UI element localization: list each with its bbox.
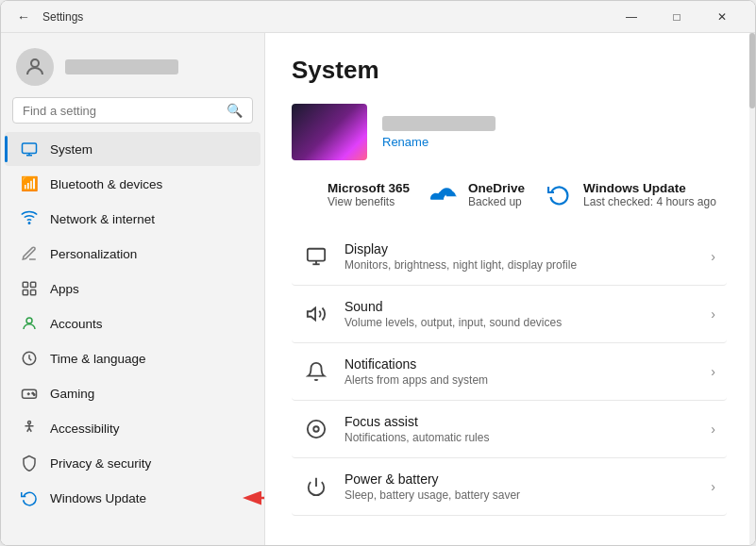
svg-rect-7 bbox=[23, 290, 27, 295]
sidebar-item-label-apps: Apps bbox=[50, 282, 249, 296]
power-text: Power & battery Sleep, battery usage, ba… bbox=[344, 472, 696, 502]
scrollbar-thumb[interactable] bbox=[749, 33, 755, 108]
power-name: Power & battery bbox=[344, 472, 696, 487]
user-info: Rename bbox=[382, 116, 496, 149]
svg-point-23 bbox=[313, 426, 319, 432]
sound-text: Sound Volume levels, output, input, soun… bbox=[344, 299, 696, 329]
content-area: 🔍 System 📶 Blue bbox=[1, 33, 755, 545]
settings-item-power[interactable]: Power & battery Sleep, battery usage, ba… bbox=[292, 458, 727, 516]
sidebar-item-gaming[interactable]: Gaming bbox=[5, 376, 260, 410]
focus-chevron: › bbox=[711, 422, 715, 437]
accessibility-icon bbox=[20, 419, 39, 438]
scrollbar-track bbox=[749, 33, 755, 545]
sidebar-item-system[interactable]: System bbox=[5, 132, 260, 166]
onedrive-icon bbox=[428, 179, 459, 209]
sidebar-item-windows-update[interactable]: Windows Update bbox=[5, 481, 260, 515]
display-desc: Monitors, brightness, night light, displ… bbox=[344, 258, 696, 272]
sidebar-item-label-accessibility: Accessibility bbox=[50, 422, 249, 436]
display-icon bbox=[303, 243, 329, 270]
winupdate-text: Windows Update Last checked: 4 hours ago bbox=[583, 181, 716, 208]
sidebar-item-network[interactable]: Network & internet bbox=[5, 202, 260, 236]
notifications-desc: Alerts from apps and system bbox=[344, 373, 696, 387]
power-chevron: › bbox=[711, 479, 715, 494]
notifications-text: Notifications Alerts from apps and syste… bbox=[344, 356, 696, 387]
sound-chevron: › bbox=[711, 306, 715, 322]
close-button[interactable]: ✕ bbox=[700, 1, 744, 33]
sound-name: Sound bbox=[344, 299, 696, 314]
sidebar-item-accounts[interactable]: Accounts bbox=[5, 306, 260, 340]
user-card: Rename bbox=[292, 104, 727, 160]
quick-item-onedrive[interactable]: OneDrive Backed up bbox=[428, 179, 525, 209]
window-controls: — □ ✕ bbox=[610, 1, 744, 33]
power-icon bbox=[303, 473, 329, 500]
quick-item-ms365[interactable]: Microsoft 365 View benefits bbox=[292, 181, 410, 208]
settings-item-notifications[interactable]: Notifications Alerts from apps and syste… bbox=[292, 343, 727, 401]
winupdate-sub: Last checked: 4 hours ago bbox=[583, 195, 716, 208]
focus-name: Focus assist bbox=[344, 414, 696, 429]
sidebar-item-personalization[interactable]: Personalization bbox=[5, 237, 260, 271]
search-icon[interactable]: 🔍 bbox=[227, 103, 243, 118]
notifications-name: Notifications bbox=[344, 356, 696, 372]
sidebar-item-label-time: Time & language bbox=[50, 352, 249, 366]
onedrive-text: OneDrive Backed up bbox=[468, 181, 525, 208]
sidebar-item-privacy[interactable]: Privacy & security bbox=[5, 446, 260, 480]
sidebar-item-label-system: System bbox=[50, 142, 249, 157]
username-bar bbox=[65, 59, 178, 74]
focus-icon bbox=[303, 416, 329, 442]
sidebar-item-label-gaming: Gaming bbox=[50, 387, 249, 401]
focus-text: Focus assist Notifications, automatic ru… bbox=[344, 414, 696, 444]
red-arrow-annotation bbox=[240, 488, 265, 507]
maximize-button[interactable]: □ bbox=[655, 1, 698, 33]
sidebar-item-apps[interactable]: Apps bbox=[5, 272, 260, 306]
privacy-icon bbox=[20, 454, 39, 472]
notifications-chevron: › bbox=[711, 364, 715, 379]
display-text: Display Monitors, brightness, night ligh… bbox=[344, 241, 696, 272]
sidebar-item-label-accounts: Accounts bbox=[50, 317, 249, 331]
svg-rect-19 bbox=[308, 249, 325, 261]
display-name: Display bbox=[344, 241, 696, 256]
gaming-icon bbox=[20, 384, 39, 403]
settings-item-focus[interactable]: Focus assist Notifications, automatic ru… bbox=[292, 401, 727, 458]
search-box[interactable]: 🔍 bbox=[12, 97, 253, 124]
sidebar-item-label-windows-update: Windows Update bbox=[50, 491, 249, 505]
network-icon bbox=[20, 209, 39, 228]
sidebar-item-bluetooth[interactable]: 📶 Bluetooth & devices bbox=[5, 167, 260, 201]
focus-desc: Notifications, automatic rules bbox=[344, 431, 696, 444]
search-input[interactable] bbox=[23, 104, 219, 118]
personalization-icon bbox=[20, 244, 39, 263]
sidebar-item-label-bluetooth: Bluetooth & devices bbox=[50, 177, 249, 191]
sidebar-item-label-privacy: Privacy & security bbox=[50, 456, 249, 471]
onedrive-name: OneDrive bbox=[468, 181, 525, 195]
svg-rect-1 bbox=[23, 143, 37, 154]
back-button[interactable]: ← bbox=[12, 6, 35, 28]
time-icon bbox=[20, 349, 39, 368]
svg-rect-6 bbox=[31, 282, 36, 287]
svg-point-9 bbox=[26, 318, 32, 323]
system-icon bbox=[20, 140, 39, 158]
winupdate-quick-icon bbox=[544, 179, 574, 209]
onedrive-sub: Backed up bbox=[468, 195, 525, 208]
display-chevron: › bbox=[711, 249, 715, 264]
windows-update-icon bbox=[20, 488, 39, 507]
svg-rect-8 bbox=[31, 290, 36, 295]
quick-item-winupdate[interactable]: Windows Update Last checked: 4 hours ago bbox=[544, 179, 716, 209]
sidebar-item-accessibility[interactable]: Accessibility bbox=[5, 411, 260, 445]
sidebar-item-time[interactable]: Time & language bbox=[5, 341, 260, 375]
settings-item-sound[interactable]: Sound Volume levels, output, input, soun… bbox=[292, 286, 727, 343]
rename-link[interactable]: Rename bbox=[382, 135, 496, 149]
ms365-name: Microsoft 365 bbox=[328, 181, 410, 195]
avatar bbox=[16, 48, 54, 86]
minimize-button[interactable]: — bbox=[610, 1, 653, 33]
settings-window: ← Settings — □ ✕ 🔍 bbox=[0, 0, 756, 546]
svg-marker-22 bbox=[308, 308, 315, 321]
sound-desc: Volume levels, output, input, sound devi… bbox=[344, 316, 696, 329]
apps-icon bbox=[20, 279, 39, 298]
bluetooth-icon: 📶 bbox=[20, 174, 39, 193]
svg-rect-5 bbox=[23, 282, 27, 287]
ms365-icon bbox=[292, 181, 318, 207]
quick-row: Microsoft 365 View benefits OneDr bbox=[292, 179, 727, 209]
svg-point-4 bbox=[28, 223, 30, 224]
svg-point-0 bbox=[31, 59, 39, 67]
settings-item-display[interactable]: Display Monitors, brightness, night ligh… bbox=[292, 228, 727, 286]
sidebar-profile bbox=[1, 33, 264, 97]
